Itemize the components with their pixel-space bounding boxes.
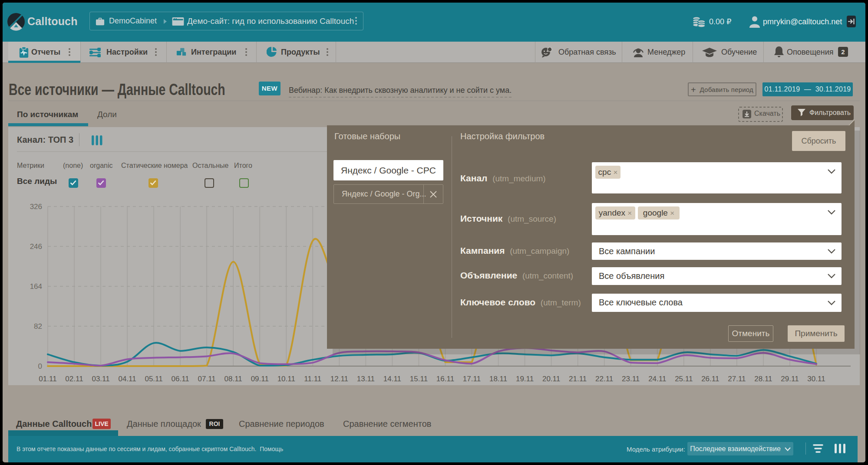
svg-text:21.11: 21.11 xyxy=(569,375,587,383)
svg-text:16.11: 16.11 xyxy=(436,375,454,383)
svg-text:17.11: 17.11 xyxy=(463,375,481,383)
svg-text:03.11: 03.11 xyxy=(92,375,109,383)
svg-text:246: 246 xyxy=(30,242,42,251)
svg-text:12.11: 12.11 xyxy=(330,375,348,383)
svg-text:05.11: 05.11 xyxy=(145,375,162,383)
svg-text:0: 0 xyxy=(38,362,42,370)
svg-text:07.11: 07.11 xyxy=(198,375,216,383)
svg-text:82: 82 xyxy=(34,322,42,331)
svg-text:06.11: 06.11 xyxy=(172,375,189,383)
svg-text:27.11: 27.11 xyxy=(728,375,746,383)
svg-text:164: 164 xyxy=(30,282,42,291)
svg-text:01.11: 01.11 xyxy=(39,375,56,383)
svg-text:26.11: 26.11 xyxy=(701,375,719,383)
svg-text:09.11: 09.11 xyxy=(251,375,269,383)
svg-text:18.11: 18.11 xyxy=(489,375,507,383)
svg-text:10.11: 10.11 xyxy=(277,375,295,383)
svg-text:11.11: 11.11 xyxy=(304,375,321,383)
svg-text:02.11: 02.11 xyxy=(65,375,83,383)
svg-text:23.11: 23.11 xyxy=(622,375,640,383)
svg-text:30.11: 30.11 xyxy=(807,375,825,383)
svg-text:25.11: 25.11 xyxy=(675,375,693,383)
svg-text:20.11: 20.11 xyxy=(542,375,560,383)
svg-text:14.11: 14.11 xyxy=(383,375,401,383)
svg-text:13.11: 13.11 xyxy=(357,375,375,383)
svg-text:08.11: 08.11 xyxy=(224,375,242,383)
svg-text:19.11: 19.11 xyxy=(516,375,534,383)
svg-text:326: 326 xyxy=(30,203,42,211)
svg-text:15.11: 15.11 xyxy=(410,375,428,383)
svg-text:04.11: 04.11 xyxy=(118,375,136,383)
svg-text:22.11: 22.11 xyxy=(595,375,613,383)
svg-text:29.11: 29.11 xyxy=(781,375,799,383)
svg-text:24.11: 24.11 xyxy=(648,375,666,383)
svg-text:28.11: 28.11 xyxy=(754,375,772,383)
